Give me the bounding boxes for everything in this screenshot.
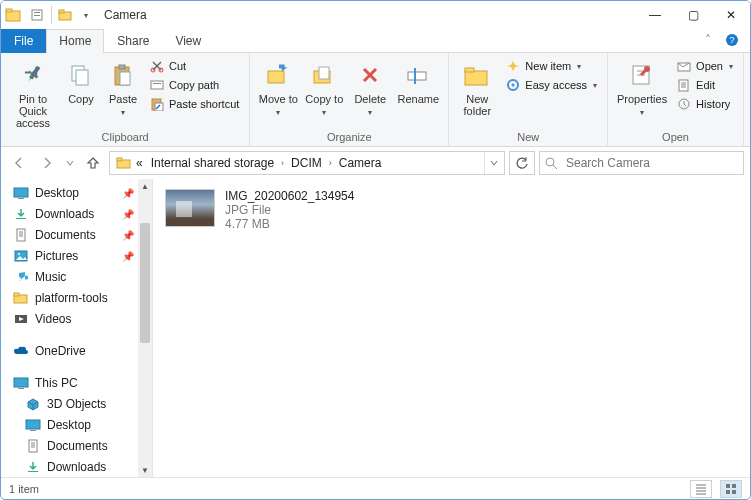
- sidebar-item-documents[interactable]: Documents📌: [11, 225, 152, 245]
- sidebar-item-platform-tools[interactable]: platform-tools: [11, 288, 152, 308]
- cut-label: Cut: [169, 60, 186, 72]
- qat-properties-button[interactable]: [25, 1, 49, 29]
- rename-button[interactable]: Rename: [394, 57, 442, 107]
- new-item-label: New item: [525, 60, 571, 72]
- copy-path-button[interactable]: Copy path: [145, 76, 243, 94]
- svg-rect-70: [732, 484, 736, 488]
- refresh-button[interactable]: [509, 151, 535, 175]
- properties-button[interactable]: Properties ▾: [614, 57, 670, 121]
- sidebar-scrollbar[interactable]: ▲ ▼: [138, 179, 152, 477]
- properties-label: Properties: [617, 93, 667, 105]
- app-icon: [1, 7, 25, 23]
- open-button[interactable]: Open▾: [672, 57, 737, 75]
- qat-customize-button[interactable]: ▾: [78, 1, 94, 29]
- svg-rect-64: [29, 440, 37, 452]
- easy-access-button[interactable]: Easy access▾: [501, 76, 601, 94]
- scroll-down-button[interactable]: ▼: [138, 463, 152, 477]
- svg-text:?: ?: [729, 35, 734, 45]
- history-button[interactable]: History: [672, 95, 737, 113]
- delete-button[interactable]: Delete ▾: [348, 57, 392, 121]
- quick-access-toolbar: ▾: [25, 1, 94, 29]
- breadcrumb-arrow[interactable]: ›: [326, 152, 335, 174]
- recent-locations-button[interactable]: [63, 151, 77, 175]
- tab-home[interactable]: Home: [46, 29, 104, 53]
- breadcrumb-arrow[interactable]: ›: [278, 152, 287, 174]
- sidebar-item-3d-objects[interactable]: 3D Objects: [11, 394, 152, 414]
- tab-view[interactable]: View: [162, 29, 214, 53]
- file-item[interactable]: IMG_20200602_134954 JPG File 4.77 MB: [163, 187, 740, 233]
- svg-rect-54: [17, 229, 25, 241]
- maximize-button[interactable]: ▢: [674, 1, 712, 29]
- tab-file[interactable]: File: [1, 29, 46, 53]
- ribbon-group-organize: Move to ▾ Copy to ▾ Delete ▾ Rename Orga…: [250, 53, 449, 146]
- scroll-up-button[interactable]: ▲: [138, 179, 152, 193]
- new-folder-button[interactable]: New folder: [455, 57, 499, 119]
- back-button[interactable]: [7, 151, 31, 175]
- move-to-button[interactable]: Move to ▾: [256, 57, 300, 121]
- svg-point-50: [546, 158, 554, 166]
- cut-button[interactable]: Cut: [145, 57, 243, 75]
- status-item-count: 1 item: [9, 483, 39, 495]
- copy-button[interactable]: Copy: [61, 57, 101, 107]
- move-to-icon: [262, 59, 294, 91]
- details-view-button[interactable]: [690, 480, 712, 498]
- sidebar-item-music[interactable]: Music: [11, 267, 152, 287]
- copy-to-button[interactable]: Copy to ▾: [302, 57, 346, 121]
- svg-rect-15: [120, 72, 130, 85]
- clipboard-group-title: Clipboard: [7, 131, 243, 144]
- sidebar-item-this-pc[interactable]: This PC: [11, 373, 152, 393]
- file-thumbnail: [165, 189, 215, 227]
- organize-group-title: Organize: [256, 131, 442, 144]
- breadcrumb-item-0[interactable]: Internal shared storage: [147, 152, 278, 174]
- ribbon: Pin to Quick access Copy Paste ▾ Cut Cop…: [1, 53, 750, 147]
- pin-icon: 📌: [122, 251, 134, 262]
- minimize-button[interactable]: —: [636, 1, 674, 29]
- help-button[interactable]: ?: [720, 28, 744, 52]
- scrollbar-thumb[interactable]: [140, 223, 150, 343]
- edit-button[interactable]: Edit: [672, 76, 737, 94]
- svg-rect-6: [59, 10, 64, 13]
- content-pane[interactable]: IMG_20200602_134954 JPG File 4.77 MB: [153, 179, 750, 477]
- history-icon: [676, 96, 692, 112]
- open-group-title: Open: [614, 131, 737, 144]
- sidebar-item-pictures[interactable]: Pictures📌: [11, 246, 152, 266]
- svg-rect-27: [465, 71, 487, 85]
- sidebar-item-desktop-2[interactable]: Desktop: [11, 415, 152, 435]
- paste-shortcut-label: Paste shortcut: [169, 98, 239, 110]
- new-folder-icon: [461, 59, 493, 91]
- documents-icon: [13, 227, 29, 243]
- svg-rect-61: [18, 388, 24, 389]
- breadcrumb-root[interactable]: «: [112, 152, 147, 174]
- sidebar-item-documents-2[interactable]: Documents: [11, 436, 152, 456]
- paste-button[interactable]: Paste ▾: [103, 57, 143, 121]
- close-button[interactable]: ✕: [712, 1, 750, 29]
- ribbon-tabs: File Home Share View ˄ ?: [1, 29, 750, 53]
- forward-button[interactable]: [35, 151, 59, 175]
- search-box[interactable]: [539, 151, 744, 175]
- new-item-button[interactable]: New item▾: [501, 57, 601, 75]
- qat-new-folder-button[interactable]: [54, 1, 78, 29]
- edit-label: Edit: [696, 79, 715, 91]
- svg-rect-25: [408, 72, 426, 80]
- ribbon-collapse-button[interactable]: ˄: [698, 28, 718, 52]
- sidebar-item-videos[interactable]: Videos: [11, 309, 152, 329]
- up-button[interactable]: [81, 151, 105, 175]
- sidebar-item-desktop[interactable]: Desktop📌: [11, 183, 152, 203]
- breadcrumb-item-2[interactable]: Camera: [335, 152, 386, 174]
- history-label: History: [696, 98, 730, 110]
- sidebar-item-onedrive[interactable]: OneDrive: [11, 341, 152, 361]
- paste-shortcut-button[interactable]: Paste shortcut: [145, 95, 243, 113]
- svg-rect-26: [414, 68, 416, 84]
- thumbnails-view-button[interactable]: [720, 480, 742, 498]
- sidebar-item-downloads-2[interactable]: Downloads: [11, 457, 152, 477]
- breadcrumb-item-1[interactable]: DCIM: [287, 152, 326, 174]
- sidebar-item-downloads[interactable]: Downloads📌: [11, 204, 152, 224]
- downloads-icon: [25, 459, 41, 475]
- tab-share[interactable]: Share: [104, 29, 162, 53]
- pin-label: Pin to Quick access: [9, 93, 57, 129]
- onedrive-icon: [13, 343, 29, 359]
- address-bar[interactable]: « Internal shared storage › DCIM › Camer…: [109, 151, 505, 175]
- pin-to-quick-access-button[interactable]: Pin to Quick access: [7, 57, 59, 131]
- search-input[interactable]: [564, 155, 739, 171]
- address-dropdown-button[interactable]: [484, 152, 502, 174]
